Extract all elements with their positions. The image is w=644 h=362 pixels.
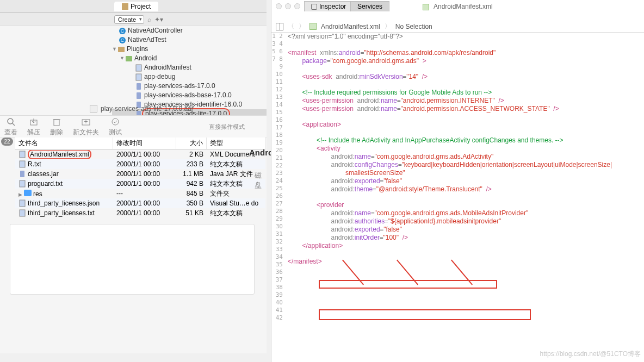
breadcrumb-sel: No Selection	[395, 23, 432, 30]
jar-icon	[135, 92, 143, 99]
file-row[interactable]: third_party_licenses.txt2000/1/1 00:0051…	[15, 208, 265, 218]
code-editor[interactable]: <?xml version="1.0" encoding="utf-8"?> <…	[288, 33, 612, 266]
jar-icon	[135, 83, 143, 90]
forward-icon[interactable]: 〉	[299, 22, 305, 31]
line-gutter: 1 2 3 4 5 6 7 8 9 10 11 12 13 14 15 16 1…	[271, 33, 286, 322]
tree-node[interactable]: play-services-ads-base-17.0.0	[144, 91, 232, 100]
file-list-header[interactable]: 文件名 修改时间 大小 类型	[15, 138, 265, 149]
editor-title: AndroidManifest.xml	[271, 2, 644, 10]
arrow-icon[interactable]: ▼	[112, 45, 117, 54]
watermark: https://blog.csdn.net/@51CTO博客	[540, 349, 641, 359]
preview-title: Andro	[249, 148, 273, 157]
file-row[interactable]: third_party_licenses.json2000/1/1 00:003…	[15, 198, 265, 208]
svg-text:+: +	[84, 118, 88, 126]
extract-tool[interactable]: 解压	[27, 117, 40, 137]
project-tab-label: Project	[131, 3, 151, 10]
tree-node[interactable]: play-services-ads-17.0.0	[144, 82, 215, 91]
arrow-icon[interactable]: ▼	[120, 54, 125, 63]
svg-point-1	[8, 118, 13, 124]
xml-file-icon	[423, 4, 429, 10]
file-row[interactable]: classes.jar2000/1/1 00:001.1 MBJava JAR …	[15, 169, 265, 179]
tree-node[interactable]: AndroidManifest	[144, 63, 191, 72]
count-badge: 22	[1, 138, 13, 146]
svg-rect-0	[122, 3, 128, 10]
file-row[interactable]: ▶res---845 B文件夹	[15, 189, 265, 198]
svg-line-2	[13, 123, 15, 126]
archive-icon	[90, 105, 97, 113]
breadcrumb-file[interactable]: AndroidManifest.xml	[321, 23, 380, 30]
android-folder-icon	[125, 55, 133, 63]
file-row[interactable]: AndroidManifest.xml2000/1/1 00:002 KBXML…	[15, 149, 265, 159]
back-icon[interactable]: 〈	[288, 22, 294, 31]
tree-node[interactable]: Plugins	[127, 45, 148, 54]
col-type[interactable]: 类型	[207, 138, 265, 149]
delete-tool[interactable]: 删除	[50, 117, 63, 137]
preview-panel	[10, 224, 255, 295]
tree-node[interactable]: Android	[134, 54, 157, 63]
tree-node[interactable]: app-debug	[144, 72, 175, 82]
test-tool[interactable]: 测试	[109, 117, 122, 137]
file-row[interactable]: proguard.txt2000/1/1 00:00942 B纯文本文稿	[15, 179, 265, 189]
direct-mode-label: 直接操作模式	[209, 123, 267, 131]
editor-breadcrumb[interactable]: 〈 〉 AndroidManifest.xml 〉 No Selection	[271, 21, 644, 33]
tree-node[interactable]: NativeAdController	[128, 26, 183, 35]
tree-node[interactable]: NativeAdTest	[128, 35, 166, 45]
archive-filename: play-services-ads-lite-17.0.0.aar	[101, 105, 194, 113]
svg-point-8	[112, 118, 119, 125]
project-icon	[122, 3, 128, 10]
xml-file-icon	[309, 23, 317, 30]
col-date[interactable]: 修改时间	[113, 138, 176, 149]
file-icon	[135, 64, 143, 72]
folder-icon	[117, 46, 125, 53]
class-icon	[119, 27, 126, 35]
layout-icon[interactable]	[276, 23, 283, 30]
class-icon	[119, 36, 126, 44]
project-tab[interactable]: Project	[114, 2, 158, 11]
newfolder-tool[interactable]: +新文件夹	[73, 117, 99, 137]
view-tool[interactable]: 查看	[4, 117, 17, 137]
col-name[interactable]: 文件名	[15, 138, 113, 149]
col-size[interactable]: 大小	[176, 138, 207, 149]
file-icon	[135, 73, 143, 81]
file-row[interactable]: R.txt2000/1/1 00:00233 B纯文本文稿	[15, 159, 265, 169]
svg-rect-4	[54, 120, 59, 126]
create-dropdown[interactable]: Create	[114, 15, 144, 24]
gear-icon[interactable]: ✦▾	[154, 16, 163, 23]
search-icon[interactable]: ⌕	[147, 16, 151, 23]
disk-label: 磁盘	[255, 171, 267, 190]
